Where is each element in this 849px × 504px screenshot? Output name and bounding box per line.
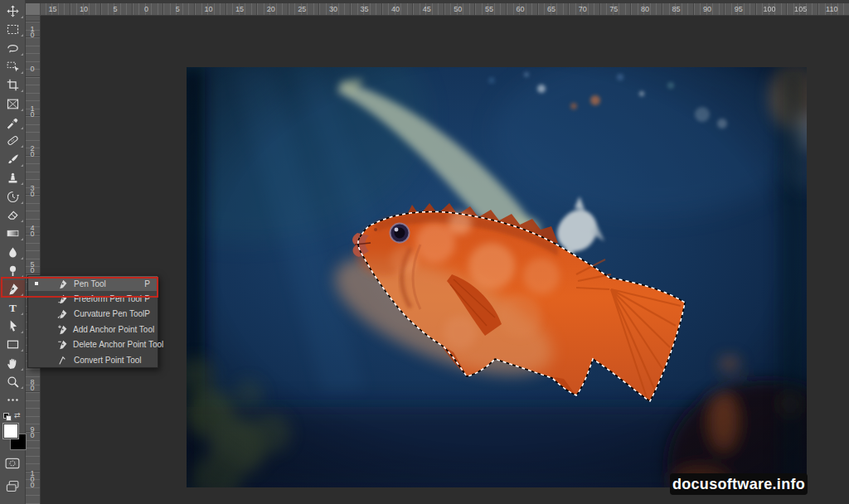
menu-item-shortcut: P xyxy=(144,309,150,318)
spot-healing-brush-tool-icon xyxy=(6,133,20,148)
dodge-tool[interactable] xyxy=(0,262,25,279)
h-ruler-label: 90 xyxy=(703,5,711,13)
h-ruler-label: 60 xyxy=(516,5,524,13)
eyedropper-tool-icon xyxy=(6,115,20,129)
watermark-text: docusoftware.info xyxy=(672,476,805,493)
eraser-tool[interactable] xyxy=(0,206,25,224)
move-tool[interactable] xyxy=(0,2,25,20)
delete-anchor-point-icon xyxy=(57,339,68,350)
h-ruler-label: 50 xyxy=(454,5,462,13)
blur-tool-icon xyxy=(6,245,20,259)
menu-item-convert-point-tool[interactable]: Convert Point Tool xyxy=(28,352,158,367)
eyedropper-tool[interactable] xyxy=(0,114,25,131)
move-tool-icon xyxy=(6,4,20,18)
watermark-badge: docusoftware.info xyxy=(670,473,808,495)
horizontal-ruler[interactable]: 1510505101520253035404550556065707580859… xyxy=(25,3,849,16)
pen-tool-flyout-menu: Pen ToolPFreeform Pen ToolPCurvature Pen… xyxy=(27,275,158,368)
h-ruler-label: 45 xyxy=(423,5,431,13)
svg-text:T: T xyxy=(9,302,17,314)
selected-tool-bullet xyxy=(35,282,38,285)
foreground-color-swatch[interactable] xyxy=(2,423,19,439)
menu-item-shortcut: P xyxy=(144,294,150,303)
clone-stamp-tool-icon xyxy=(6,171,20,185)
h-ruler-label: 35 xyxy=(360,5,368,13)
h-ruler-label: 100 xyxy=(764,5,776,13)
edit-toolbar-ellipsis[interactable] xyxy=(0,391,25,409)
dodge-tool-icon xyxy=(6,264,20,278)
document-canvas-image[interactable] xyxy=(187,67,807,487)
hand-tool-icon xyxy=(6,356,20,371)
eraser-tool-icon xyxy=(6,208,20,222)
h-ruler-label: 10 xyxy=(204,5,212,13)
brush-tool-icon xyxy=(6,153,20,167)
hand-tool[interactable] xyxy=(0,355,25,372)
menu-item-shortcut: P xyxy=(144,279,150,288)
menu-item-pen-tool[interactable]: Pen ToolP xyxy=(28,276,158,291)
frame-tool[interactable] xyxy=(0,95,25,113)
menu-item-label: Convert Point Tool xyxy=(74,356,150,365)
type-tool[interactable]: T xyxy=(0,299,25,317)
history-brush-tool-icon xyxy=(6,190,20,204)
canvas-pasteboard[interactable] xyxy=(40,15,849,504)
object-selection-tool[interactable] xyxy=(0,58,25,75)
tools-panel: ⇄ T xyxy=(0,0,26,504)
v-ruler-label: 3 0 xyxy=(25,186,40,197)
object-selection-tool-icon xyxy=(6,60,20,74)
quick-mask-mode-button[interactable] xyxy=(0,454,25,472)
h-ruler-label: 30 xyxy=(329,5,337,13)
vertical-ruler[interactable]: 1 001 02 03 04 05 08 09 01 0 0 xyxy=(25,15,41,504)
h-ruler-label: 20 xyxy=(267,5,275,13)
crop-tool[interactable] xyxy=(0,76,25,94)
zoom-tool-icon xyxy=(6,375,20,389)
brush-tool[interactable] xyxy=(0,151,25,168)
shape-tool-icon xyxy=(6,337,20,351)
rectangular-marquee-tool[interactable] xyxy=(0,21,25,38)
pen-tool[interactable] xyxy=(0,280,25,298)
swap-colors-icon[interactable]: ⇄ xyxy=(14,411,21,419)
pen-tool-icon xyxy=(6,282,20,296)
type-tool-icon: T xyxy=(6,301,20,315)
history-brush-tool[interactable] xyxy=(0,188,25,206)
menu-item-add-anchor-point-tool[interactable]: Add Anchor Point Tool xyxy=(28,322,158,337)
path-selection-tool[interactable] xyxy=(0,317,25,335)
freeform-pen-icon xyxy=(57,293,69,304)
v-ruler-label: 4 0 xyxy=(25,225,40,237)
v-ruler-label: 0 xyxy=(25,66,40,72)
rectangular-marquee-tool-icon xyxy=(6,22,20,36)
h-ruler-label: 70 xyxy=(579,5,587,13)
h-ruler-label: 85 xyxy=(672,5,680,13)
h-ruler-label: 15 xyxy=(48,5,56,13)
shape-tool[interactable] xyxy=(0,336,25,353)
clone-stamp-tool[interactable] xyxy=(0,169,25,187)
spot-healing-brush-tool[interactable] xyxy=(0,132,25,149)
pen-icon xyxy=(57,279,69,289)
color-swatch-area: ⇄ xyxy=(0,411,25,454)
ruler-origin-corner[interactable] xyxy=(25,3,41,16)
h-ruler-label: 10 xyxy=(80,5,88,13)
menu-item-label: Curvature Pen Tool xyxy=(74,309,144,318)
lasso-tool[interactable] xyxy=(0,40,25,57)
gradient-tool-icon xyxy=(6,226,20,240)
h-ruler-label: 0 xyxy=(144,5,148,13)
menu-item-freeform-pen-tool[interactable]: Freeform Pen ToolP xyxy=(28,291,158,306)
screen-mode-button[interactable] xyxy=(0,477,25,495)
v-ruler-label: 1 0 0 xyxy=(25,471,40,488)
gradient-tool[interactable] xyxy=(0,225,25,242)
v-ruler-label: 1 0 xyxy=(25,27,40,38)
h-ruler-label: 75 xyxy=(609,5,618,13)
v-ruler-label: 8 0 xyxy=(25,380,40,391)
menu-item-curvature-pen-tool[interactable]: Curvature Pen ToolP xyxy=(28,307,158,322)
menu-item-label: Freeform Pen Tool xyxy=(74,294,144,303)
h-ruler-label: 40 xyxy=(391,5,400,13)
v-ruler-label: 5 0 xyxy=(25,262,40,274)
screen-mode-icon xyxy=(6,480,20,492)
crop-tool-icon xyxy=(6,78,20,92)
blur-tool[interactable] xyxy=(0,244,25,261)
default-colors-icon[interactable] xyxy=(3,413,11,420)
menu-item-delete-anchor-point-tool[interactable]: Delete Anchor Point Tool xyxy=(28,337,158,352)
h-ruler-label: 105 xyxy=(794,5,807,13)
lasso-tool-icon xyxy=(6,41,20,56)
h-ruler-label: 5 xyxy=(113,5,117,13)
zoom-tool[interactable] xyxy=(0,373,25,390)
h-ruler-label: 95 xyxy=(735,5,743,13)
